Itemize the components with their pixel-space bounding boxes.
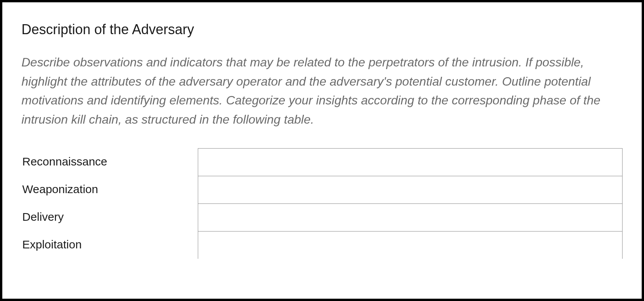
row-cell-weaponization[interactable] <box>198 176 623 203</box>
section-heading: Description of the Adversary <box>21 22 623 38</box>
row-cell-reconnaissance[interactable] <box>198 148 623 176</box>
row-label-weaponization: Weaponization <box>21 176 198 203</box>
table-row: Delivery <box>21 203 623 231</box>
kill-chain-table: Reconnaissance Weaponization Delivery Ex… <box>21 148 623 259</box>
row-label-reconnaissance: Reconnaissance <box>21 148 198 176</box>
table-row: Reconnaissance <box>21 148 623 176</box>
document-section: Description of the Adversary Describe ob… <box>2 2 642 259</box>
table-row: Exploitation <box>21 231 623 259</box>
section-description: Describe observations and indicators tha… <box>21 53 623 129</box>
row-label-delivery: Delivery <box>21 203 198 231</box>
table-row: Weaponization <box>21 176 623 203</box>
row-label-exploitation: Exploitation <box>21 231 198 259</box>
row-cell-exploitation[interactable] <box>198 231 623 259</box>
row-cell-delivery[interactable] <box>198 203 623 231</box>
